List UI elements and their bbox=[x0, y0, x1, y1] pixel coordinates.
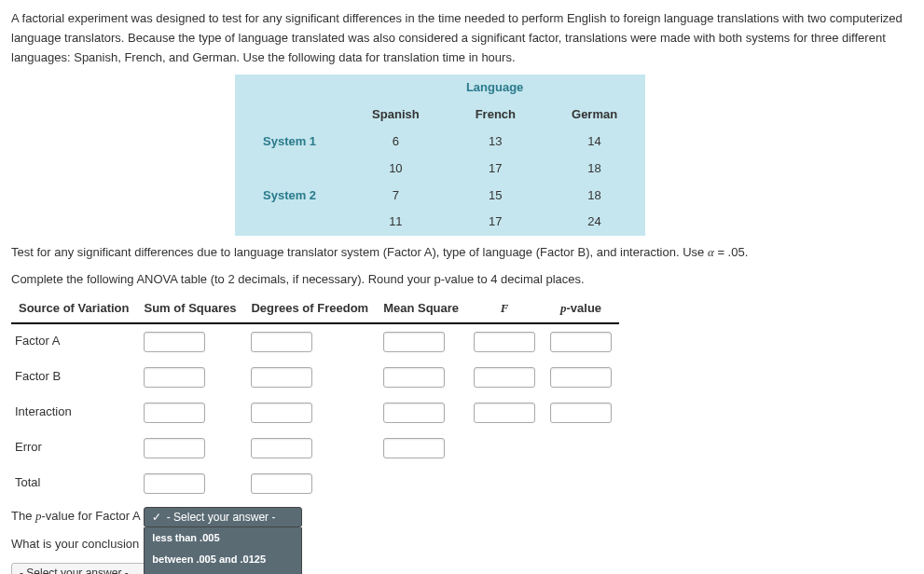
data-cell: 14 bbox=[544, 129, 645, 156]
anova-header-ms: Mean Square bbox=[376, 295, 466, 323]
col-header-german: German bbox=[544, 102, 645, 129]
row-label-system-1: System 1 bbox=[235, 129, 344, 156]
anova-header-p: p-value bbox=[543, 295, 619, 323]
data-cell: 17 bbox=[448, 209, 544, 236]
anova-header-f: F bbox=[466, 295, 543, 323]
row-label-blank bbox=[235, 156, 344, 183]
col-header-french: French bbox=[448, 102, 544, 129]
input-interaction-ss[interactable] bbox=[144, 403, 205, 423]
data-table-superheader: Language bbox=[344, 75, 645, 102]
intro-paragraph: A factorial experiment was designed to t… bbox=[11, 9, 913, 67]
anova-row-total: Total bbox=[11, 466, 136, 501]
input-total-ss[interactable] bbox=[144, 473, 205, 494]
dropdown-option[interactable]: less than .005 bbox=[145, 527, 301, 550]
data-cell: 18 bbox=[544, 183, 645, 210]
input-error-df[interactable] bbox=[251, 438, 312, 458]
input-interaction-ms[interactable] bbox=[383, 403, 445, 423]
pvalue-factor-a-dropdown-list: less than .005 between .005 and .0125 be… bbox=[144, 527, 302, 574]
anova-header-ss: Sum of Squares bbox=[136, 295, 243, 323]
input-factor-b-ss[interactable] bbox=[144, 367, 205, 388]
anova-table: Source of Variation Sum of Squares Degre… bbox=[11, 295, 619, 501]
data-cell: 17 bbox=[448, 156, 544, 183]
input-factor-a-ms[interactable] bbox=[383, 332, 445, 352]
input-factor-b-ms[interactable] bbox=[383, 367, 445, 388]
anova-header-source: Source of Variation bbox=[11, 295, 136, 323]
conclusion-label: What is your conclusion bbox=[11, 535, 139, 554]
data-cell: 18 bbox=[544, 156, 645, 183]
input-factor-a-df[interactable] bbox=[251, 332, 312, 352]
input-interaction-f[interactable] bbox=[474, 403, 535, 423]
check-icon: ✓ bbox=[152, 511, 161, 524]
dropdown-option[interactable]: between .005 and .0125 bbox=[145, 549, 301, 571]
pvalue-factor-a-dropdown[interactable]: ✓ - Select your answer - bbox=[144, 507, 302, 527]
input-interaction-df[interactable] bbox=[251, 403, 312, 423]
anova-row-interaction: Interaction bbox=[11, 395, 136, 430]
data-cell: 24 bbox=[544, 209, 645, 236]
data-cell: 15 bbox=[448, 183, 544, 210]
instruction-test: Test for any significant differences due… bbox=[11, 243, 913, 263]
pvalue-factor-a-label: The p-value for Factor A bbox=[11, 507, 141, 526]
data-cell: 6 bbox=[344, 129, 448, 156]
data-cell: 7 bbox=[344, 183, 448, 210]
input-factor-b-f[interactable] bbox=[474, 367, 535, 388]
anova-row-error: Error bbox=[11, 430, 136, 466]
anova-row-factor-b: Factor B bbox=[11, 360, 136, 395]
instruction-anova: Complete the following ANOVA table (to 2… bbox=[11, 270, 913, 290]
data-table-container: Language Spanish French German System 1 … bbox=[11, 75, 913, 236]
input-factor-a-p[interactable] bbox=[550, 332, 612, 352]
input-error-ss[interactable] bbox=[144, 438, 205, 458]
row-label-blank bbox=[235, 209, 344, 236]
data-cell: 13 bbox=[448, 129, 544, 156]
input-factor-b-df[interactable] bbox=[251, 367, 312, 388]
data-table: Language Spanish French German System 1 … bbox=[235, 75, 645, 236]
row-label-system-2: System 2 bbox=[235, 183, 344, 210]
input-factor-b-p[interactable] bbox=[550, 367, 612, 388]
anova-header-df: Degrees of Freedom bbox=[243, 295, 376, 323]
input-interaction-p[interactable] bbox=[550, 403, 612, 423]
input-factor-a-ss[interactable] bbox=[144, 332, 205, 352]
data-cell: 10 bbox=[344, 156, 448, 183]
input-factor-a-f[interactable] bbox=[474, 332, 535, 352]
input-error-ms[interactable] bbox=[383, 438, 445, 458]
col-header-spanish: Spanish bbox=[344, 102, 448, 129]
anova-row-factor-a: Factor A bbox=[11, 323, 136, 360]
input-total-df[interactable] bbox=[251, 473, 312, 494]
data-cell: 11 bbox=[344, 209, 448, 236]
